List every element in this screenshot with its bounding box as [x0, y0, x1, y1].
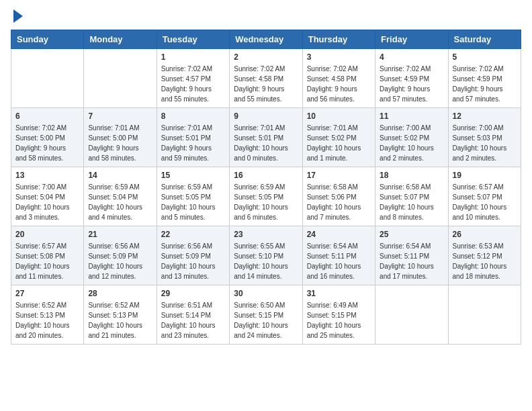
- day-number: 10: [307, 111, 371, 121]
- day-info: Sunrise: 7:00 AM Sunset: 5:03 PM Dayligh…: [453, 123, 517, 163]
- day-number: 17: [307, 171, 371, 180]
- day-info: Sunrise: 6:56 AM Sunset: 5:09 PM Dayligh…: [161, 241, 225, 281]
- day-number: 30: [234, 289, 298, 298]
- calendar-day-cell: [84, 49, 157, 108]
- logo: [11, 11, 23, 23]
- day-number: 22: [161, 230, 225, 239]
- day-info: Sunrise: 7:02 AM Sunset: 4:58 PM Dayligh…: [307, 64, 371, 104]
- day-number: 5: [453, 52, 517, 62]
- calendar-day-cell: 30Sunrise: 6:50 AM Sunset: 5:15 PM Dayli…: [230, 285, 302, 345]
- calendar-day-cell: [375, 285, 448, 345]
- day-info: Sunrise: 7:02 AM Sunset: 5:00 PM Dayligh…: [15, 123, 79, 163]
- day-info: Sunrise: 7:01 AM Sunset: 5:00 PM Dayligh…: [88, 123, 152, 163]
- weekday-header: Saturday: [448, 30, 521, 49]
- calendar-day-cell: 31Sunrise: 6:49 AM Sunset: 5:15 PM Dayli…: [302, 285, 375, 345]
- calendar-day-cell: 29Sunrise: 6:51 AM Sunset: 5:14 PM Dayli…: [157, 285, 229, 345]
- calendar-week-row: 13Sunrise: 7:00 AM Sunset: 5:04 PM Dayli…: [11, 167, 521, 226]
- day-number: 3: [307, 52, 371, 62]
- day-info: Sunrise: 6:57 AM Sunset: 5:07 PM Dayligh…: [453, 182, 517, 222]
- day-info: Sunrise: 6:53 AM Sunset: 5:12 PM Dayligh…: [453, 241, 517, 281]
- day-number: 2: [234, 52, 298, 62]
- day-number: 21: [88, 230, 152, 239]
- day-number: 28: [88, 289, 152, 298]
- calendar-week-row: 6Sunrise: 7:02 AM Sunset: 5:00 PM Daylig…: [11, 108, 521, 167]
- day-info: Sunrise: 6:54 AM Sunset: 5:11 PM Dayligh…: [380, 241, 443, 281]
- day-info: Sunrise: 6:52 AM Sunset: 5:13 PM Dayligh…: [88, 300, 152, 340]
- day-info: Sunrise: 7:01 AM Sunset: 5:02 PM Dayligh…: [307, 123, 371, 163]
- calendar-day-cell: 8Sunrise: 7:01 AM Sunset: 5:01 PM Daylig…: [157, 108, 229, 167]
- calendar-week-row: 27Sunrise: 6:52 AM Sunset: 5:13 PM Dayli…: [11, 285, 521, 345]
- weekday-header: Wednesday: [230, 30, 302, 49]
- calendar-day-cell: 11Sunrise: 7:00 AM Sunset: 5:02 PM Dayli…: [375, 108, 448, 167]
- calendar-table: SundayMondayTuesdayWednesdayThursdayFrid…: [11, 30, 521, 345]
- day-info: Sunrise: 7:02 AM Sunset: 4:59 PM Dayligh…: [453, 64, 517, 104]
- day-number: 11: [380, 111, 443, 121]
- weekday-header: Sunday: [11, 30, 84, 49]
- day-number: 18: [380, 171, 443, 180]
- calendar-day-cell: 24Sunrise: 6:54 AM Sunset: 5:11 PM Dayli…: [302, 226, 375, 285]
- day-info: Sunrise: 6:55 AM Sunset: 5:10 PM Dayligh…: [234, 241, 298, 281]
- calendar-day-cell: 2Sunrise: 7:02 AM Sunset: 4:58 PM Daylig…: [230, 49, 302, 108]
- day-number: 14: [88, 171, 152, 180]
- day-number: 31: [307, 289, 371, 298]
- day-info: Sunrise: 7:02 AM Sunset: 4:58 PM Dayligh…: [234, 64, 298, 104]
- day-info: Sunrise: 6:56 AM Sunset: 5:09 PM Dayligh…: [88, 241, 152, 281]
- calendar-day-cell: 16Sunrise: 6:59 AM Sunset: 5:05 PM Dayli…: [230, 167, 302, 226]
- day-number: 20: [15, 230, 79, 239]
- day-number: 16: [234, 171, 298, 180]
- calendar-day-cell: 1Sunrise: 7:02 AM Sunset: 4:57 PM Daylig…: [157, 49, 229, 108]
- calendar-day-cell: 6Sunrise: 7:02 AM Sunset: 5:00 PM Daylig…: [11, 108, 84, 167]
- day-info: Sunrise: 7:02 AM Sunset: 4:57 PM Dayligh…: [161, 64, 225, 104]
- day-number: 27: [15, 289, 79, 298]
- calendar-day-cell: 20Sunrise: 6:57 AM Sunset: 5:08 PM Dayli…: [11, 226, 84, 285]
- calendar-day-cell: 5Sunrise: 7:02 AM Sunset: 4:59 PM Daylig…: [448, 49, 521, 108]
- day-number: 29: [161, 289, 225, 298]
- weekday-header: Thursday: [302, 30, 375, 49]
- calendar-day-cell: 14Sunrise: 6:59 AM Sunset: 5:04 PM Dayli…: [84, 167, 157, 226]
- day-number: 7: [88, 111, 152, 121]
- day-number: 12: [453, 111, 517, 121]
- day-info: Sunrise: 6:52 AM Sunset: 5:13 PM Dayligh…: [15, 300, 79, 340]
- day-number: 9: [234, 111, 298, 121]
- day-number: 24: [307, 230, 371, 239]
- day-info: Sunrise: 7:00 AM Sunset: 5:02 PM Dayligh…: [380, 123, 443, 163]
- calendar-week-row: 1Sunrise: 7:02 AM Sunset: 4:57 PM Daylig…: [11, 49, 521, 108]
- day-info: Sunrise: 6:49 AM Sunset: 5:15 PM Dayligh…: [307, 300, 371, 340]
- weekday-header: Tuesday: [157, 30, 229, 49]
- calendar-day-cell: 25Sunrise: 6:54 AM Sunset: 5:11 PM Dayli…: [375, 226, 448, 285]
- calendar-day-cell: 13Sunrise: 7:00 AM Sunset: 5:04 PM Dayli…: [11, 167, 84, 226]
- day-number: 25: [380, 230, 443, 239]
- day-info: Sunrise: 6:58 AM Sunset: 5:06 PM Dayligh…: [307, 182, 371, 222]
- calendar-day-cell: 12Sunrise: 7:00 AM Sunset: 5:03 PM Dayli…: [448, 108, 521, 167]
- day-number: 6: [15, 111, 79, 121]
- weekday-header: Monday: [84, 30, 157, 49]
- calendar-day-cell: 28Sunrise: 6:52 AM Sunset: 5:13 PM Dayli…: [84, 285, 157, 345]
- day-number: 19: [453, 171, 517, 180]
- calendar-day-cell: 17Sunrise: 6:58 AM Sunset: 5:06 PM Dayli…: [302, 167, 375, 226]
- day-number: 15: [161, 171, 225, 180]
- day-info: Sunrise: 7:01 AM Sunset: 5:01 PM Dayligh…: [161, 123, 225, 163]
- calendar-day-cell: [448, 285, 521, 345]
- day-number: 4: [380, 52, 443, 62]
- day-info: Sunrise: 6:50 AM Sunset: 5:15 PM Dayligh…: [234, 300, 298, 340]
- calendar-day-cell: 3Sunrise: 7:02 AM Sunset: 4:58 PM Daylig…: [302, 49, 375, 108]
- page-header: [11, 11, 521, 23]
- day-info: Sunrise: 7:01 AM Sunset: 5:01 PM Dayligh…: [234, 123, 298, 163]
- calendar-day-cell: 23Sunrise: 6:55 AM Sunset: 5:10 PM Dayli…: [230, 226, 302, 285]
- day-info: Sunrise: 7:00 AM Sunset: 5:04 PM Dayligh…: [15, 182, 79, 222]
- day-info: Sunrise: 6:59 AM Sunset: 5:05 PM Dayligh…: [161, 182, 225, 222]
- day-info: Sunrise: 7:02 AM Sunset: 4:59 PM Dayligh…: [380, 64, 443, 104]
- calendar-day-cell: 26Sunrise: 6:53 AM Sunset: 5:12 PM Dayli…: [448, 226, 521, 285]
- calendar-day-cell: 18Sunrise: 6:58 AM Sunset: 5:07 PM Dayli…: [375, 167, 448, 226]
- day-info: Sunrise: 6:57 AM Sunset: 5:08 PM Dayligh…: [15, 241, 79, 281]
- calendar-day-cell: 9Sunrise: 7:01 AM Sunset: 5:01 PM Daylig…: [230, 108, 302, 167]
- calendar-day-cell: 15Sunrise: 6:59 AM Sunset: 5:05 PM Dayli…: [157, 167, 229, 226]
- calendar-day-cell: 19Sunrise: 6:57 AM Sunset: 5:07 PM Dayli…: [448, 167, 521, 226]
- day-number: 1: [161, 52, 225, 62]
- day-number: 26: [453, 230, 517, 239]
- calendar-day-cell: 22Sunrise: 6:56 AM Sunset: 5:09 PM Dayli…: [157, 226, 229, 285]
- calendar-day-cell: 4Sunrise: 7:02 AM Sunset: 4:59 PM Daylig…: [375, 49, 448, 108]
- day-info: Sunrise: 6:54 AM Sunset: 5:11 PM Dayligh…: [307, 241, 371, 281]
- weekday-header: Friday: [375, 30, 448, 49]
- day-number: 13: [15, 171, 79, 180]
